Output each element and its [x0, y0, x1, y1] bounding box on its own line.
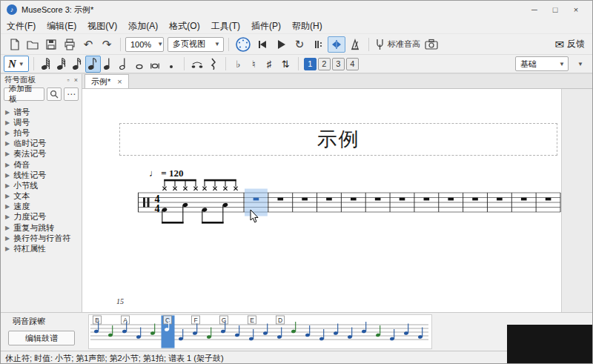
svg-text:E: E: [250, 317, 254, 324]
breve-note-button[interactable]: [148, 56, 163, 73]
palette-item[interactable]: ▶ 小节线: [1, 180, 82, 191]
concert-pitch-icon: [375, 39, 385, 50]
32nd-note-button[interactable]: [54, 56, 70, 73]
zoom-select[interactable]: 100% ▼: [125, 37, 164, 52]
title-frame[interactable]: 示例: [119, 123, 557, 156]
menu-item[interactable]: 视图(V): [87, 20, 117, 33]
minimize-button[interactable]: ─: [524, 2, 545, 17]
eighth-note-button[interactable]: [85, 56, 101, 73]
16th-note-button[interactable]: [70, 56, 85, 73]
screen-overlay: [507, 325, 593, 364]
palette-item[interactable]: ▶ 临时记号: [1, 139, 82, 149]
chevron-right-icon: ▶: [5, 162, 10, 168]
view-mode-select[interactable]: 多页视图 ▼: [168, 37, 224, 52]
flat-button[interactable]: ♭: [231, 56, 246, 73]
palette-item[interactable]: ▶ 重复与跳转: [1, 222, 82, 233]
mouse-cursor: [250, 209, 259, 226]
palettes-panel: 符号面板 ▫ × 添加面板 ⋯ ▶ 谱号: [1, 74, 82, 312]
close-tab-icon[interactable]: ×: [117, 77, 122, 86]
64th-note-button[interactable]: [39, 56, 54, 73]
redo-icon: ↷: [102, 39, 112, 50]
feedback-button[interactable]: ✉ 反馈: [551, 38, 588, 50]
rest-button[interactable]: [205, 56, 221, 73]
palette-item[interactable]: ▶ 奏法记号: [1, 149, 82, 159]
menu-item[interactable]: 工具(T): [211, 20, 240, 33]
whole-note-button[interactable]: [132, 56, 148, 73]
quarter-note-button[interactable]: [101, 56, 116, 73]
voice-1-button[interactable]: 1: [304, 58, 317, 70]
separator: [228, 38, 229, 51]
voice-3-button[interactable]: 3: [332, 58, 345, 70]
metronome-toggle[interactable]: [346, 36, 364, 53]
menu-item[interactable]: 插件(P): [251, 20, 281, 33]
chevron-down-icon: ▼: [577, 61, 583, 67]
undo-button[interactable]: ↶: [79, 36, 97, 53]
close-panel-icon[interactable]: ×: [74, 76, 78, 84]
palette-item[interactable]: ▶ 倚音: [1, 159, 82, 170]
separator: [184, 57, 185, 70]
close-button[interactable]: ×: [566, 2, 586, 17]
redo-button[interactable]: ↷: [98, 36, 116, 53]
voice-4-button[interactable]: 4: [346, 58, 359, 70]
score-title-text[interactable]: 示例: [317, 126, 360, 153]
note-input-toggle[interactable]: N ▼: [4, 56, 29, 72]
midi-input-toggle[interactable]: [233, 36, 253, 53]
menu-item[interactable]: 格式(O): [169, 20, 199, 33]
flip-direction-button[interactable]: ⇅: [278, 56, 294, 73]
more-options-button[interactable]: ⋯: [64, 87, 79, 101]
save-button[interactable]: [42, 36, 60, 53]
palette-item[interactable]: ▶ 线性记号: [1, 170, 82, 180]
menu-item[interactable]: 添加(A): [128, 20, 158, 33]
score-canvas[interactable]: 示例 ♩ = 120 44 15: [82, 89, 592, 312]
staff-system[interactable]: 44: [134, 174, 564, 237]
half-note-icon: [117, 56, 130, 72]
concert-pitch-toggle[interactable]: 标准音高: [374, 36, 422, 53]
svg-text:4: 4: [155, 203, 160, 214]
main-toolbar: ↶ ↷ 100% ▼ 多页视图 ▼ ↻ 标准音高: [1, 33, 592, 54]
new-score-button[interactable]: [5, 36, 23, 53]
menu-item[interactable]: 编辑(E): [47, 20, 76, 33]
svg-text:F: F: [193, 317, 197, 324]
palette-item[interactable]: ▶ 力度记号: [1, 212, 82, 222]
screenshot-mode-button[interactable]: [423, 36, 440, 53]
tie-button[interactable]: [189, 56, 205, 73]
natural-button[interactable]: ♮: [246, 56, 262, 73]
voice-2-button[interactable]: 2: [318, 58, 331, 70]
palette-item[interactable]: ▶ 符杠属性: [1, 243, 82, 254]
menu-item[interactable]: 帮助(H): [292, 20, 322, 33]
add-palettes-button[interactable]: 添加面板: [4, 87, 44, 101]
palette-item[interactable]: ▶ 谱号: [1, 107, 82, 117]
workspace-select[interactable]: 基础 ▼: [515, 56, 569, 71]
feedback-icon: ✉: [554, 39, 564, 50]
palette-item[interactable]: ▶ 拍号: [1, 128, 82, 138]
save-icon: [44, 38, 58, 51]
palette-item[interactable]: ▶ 文本: [1, 191, 82, 202]
32nd-note-icon: [55, 56, 68, 72]
undo-icon: ↶: [84, 39, 93, 50]
drum-palette-strip[interactable]: BACFGED: [88, 314, 432, 349]
palette-item[interactable]: ▶ 调号: [1, 117, 82, 128]
pan-playback-toggle[interactable]: [328, 36, 345, 53]
rewind-button[interactable]: [254, 36, 271, 53]
play-button[interactable]: [272, 36, 290, 53]
menu-item[interactable]: 文件(F): [7, 20, 36, 33]
open-file-button[interactable]: [24, 36, 42, 53]
half-note-button[interactable]: [116, 56, 132, 73]
toolbar-overflow-button[interactable]: ▼: [572, 56, 589, 72]
float-panel-icon[interactable]: ▫: [67, 76, 70, 84]
play-repeats-toggle[interactable]: [309, 36, 327, 53]
accidental-buttons: ♭♮♯: [231, 56, 277, 73]
palette-item[interactable]: ▶ 换行符与行首符: [1, 233, 82, 243]
score-tab[interactable]: 示例* ×: [85, 74, 129, 88]
sharp-button[interactable]: ♯: [262, 56, 277, 73]
print-button[interactable]: [61, 36, 79, 53]
note-input-toolbar: N ▼ ♭♮♯ ⇅ 1234 基础 ▼ ▼: [1, 54, 592, 73]
augmentation-dot-button[interactable]: [164, 56, 179, 73]
edit-drumset-button[interactable]: 编辑鼓谱: [8, 331, 75, 345]
maximize-button[interactable]: □: [545, 2, 566, 17]
chevron-right-icon: ▶: [5, 235, 10, 242]
separator: [298, 57, 299, 70]
palette-item[interactable]: ▶ 速度: [1, 202, 82, 212]
loop-playback-button[interactable]: ↻: [291, 36, 308, 53]
search-palettes-button[interactable]: [47, 87, 62, 101]
